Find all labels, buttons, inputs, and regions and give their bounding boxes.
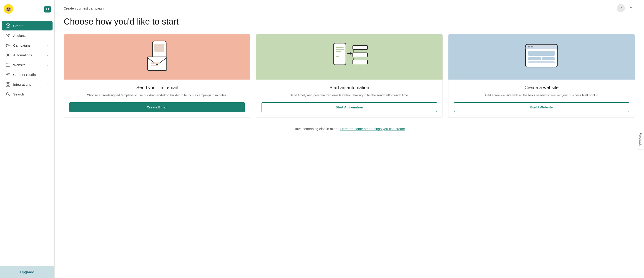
website-card: Create a website Build a free website wi… — [448, 34, 635, 118]
svg-point-2 — [7, 9, 10, 11]
check-icon: ✓ — [620, 6, 622, 10]
build-website-button[interactable]: Build Website — [454, 102, 629, 112]
svg-rect-26 — [8, 85, 10, 86]
svg-point-48 — [528, 46, 530, 48]
check-button[interactable]: ✓ — [617, 4, 625, 12]
header-actions: ✓ ⌃ — [617, 4, 635, 12]
svg-point-12 — [6, 34, 8, 36]
campaigns-icon — [6, 43, 10, 48]
svg-rect-37 — [336, 56, 339, 57]
svg-rect-43 — [526, 46, 557, 49]
svg-rect-32 — [151, 65, 158, 66]
automation-card-body: Start an automation Send timely and pers… — [256, 80, 442, 118]
sidebar-item-audience[interactable]: Audience ⌄ — [2, 31, 52, 40]
automations-icon — [6, 52, 10, 58]
footer-section: Have something else in mind? Here are so… — [64, 127, 635, 135]
integrations-label: Integrations — [13, 82, 44, 86]
svg-point-18 — [7, 64, 8, 64]
automations-chevron-icon: ⌄ — [46, 54, 49, 56]
create-email-button[interactable]: Create Email — [69, 102, 245, 112]
email-card-title: Send your first email — [136, 85, 178, 90]
footer-link[interactable]: Here are some other things you can creat… — [340, 127, 405, 131]
sidebar-footer: Upgrade — [0, 266, 54, 278]
content-studio-label: Content Studio — [13, 73, 44, 76]
svg-point-17 — [6, 64, 7, 64]
svg-rect-40 — [353, 60, 368, 64]
sidebar-item-automations[interactable]: Automations ⌄ — [2, 50, 52, 60]
svg-marker-14 — [6, 44, 10, 46]
svg-rect-20 — [8, 73, 10, 74]
svg-rect-46 — [542, 57, 555, 60]
sidebar-header — [0, 0, 54, 19]
feedback-tab[interactable]: Feedback — [637, 129, 644, 149]
sidebar-item-campaigns[interactable]: Campaigns ⌄ — [2, 40, 52, 50]
svg-rect-25 — [6, 85, 8, 86]
svg-rect-34 — [336, 46, 344, 48]
sidebar-item-create[interactable]: Create — [2, 21, 52, 30]
sidebar-item-website[interactable]: Website ⌄ — [2, 60, 52, 70]
content-studio-icon — [6, 72, 10, 77]
svg-rect-19 — [6, 73, 8, 74]
email-card-image — [64, 34, 250, 80]
audience-chevron-icon: ⌄ — [46, 34, 49, 37]
website-chevron-icon: ⌄ — [46, 63, 49, 66]
website-card-title: Create a website — [524, 85, 558, 90]
content-studio-chevron-icon: ⌄ — [46, 73, 49, 76]
website-card-image — [448, 34, 635, 80]
svg-point-8 — [10, 9, 11, 10]
start-automation-button[interactable]: Start Automation — [262, 102, 437, 112]
svg-rect-23 — [6, 82, 8, 84]
svg-rect-21 — [8, 74, 10, 75]
audience-icon — [6, 33, 10, 38]
svg-rect-24 — [8, 82, 10, 84]
create-icon — [6, 23, 10, 28]
breadcrumb: Create your first campaign — [64, 6, 104, 10]
svg-point-27 — [6, 92, 9, 95]
sidebar: Create Audience ⌄ Campaigns — [0, 0, 54, 278]
email-card-desc: Choose a pre-designed template or use ou… — [87, 93, 227, 98]
svg-rect-39 — [353, 53, 368, 57]
automations-label: Automations — [13, 53, 44, 57]
svg-rect-29 — [154, 44, 164, 52]
svg-rect-31 — [151, 62, 160, 64]
automation-card-title: Start an automation — [330, 85, 369, 90]
chevron-up-button[interactable]: ⌃ — [627, 4, 635, 12]
website-icon — [6, 62, 10, 67]
cards-row: Send your first email Choose a pre-desig… — [64, 34, 635, 118]
svg-point-49 — [531, 46, 533, 48]
campaigns-label: Campaigns — [13, 44, 44, 47]
svg-rect-10 — [48, 8, 49, 10]
upgrade-button[interactable]: Upgrade — [0, 266, 54, 278]
main-content: Create your first campaign ✓ ⌃ Choose ho… — [54, 0, 644, 278]
svg-rect-44 — [528, 51, 555, 56]
svg-point-15 — [7, 54, 9, 56]
automation-card: Start an automation Send timely and pers… — [256, 34, 442, 118]
main-body: Choose how you'd like to start — [54, 12, 644, 144]
chevron-up-icon: ⌃ — [630, 6, 632, 10]
sidebar-item-search[interactable]: Search — [2, 89, 52, 99]
website-card-desc: Build a free website with all the tools … — [484, 93, 599, 98]
sidebar-item-integrations[interactable]: Integrations ⌄ — [2, 80, 52, 89]
website-label: Website — [13, 63, 44, 67]
automation-card-desc: Send timely and personalized emails with… — [290, 93, 409, 98]
automation-card-image — [256, 34, 442, 80]
svg-rect-9 — [46, 8, 47, 10]
svg-rect-33 — [333, 43, 346, 65]
campaigns-chevron-icon: ⌄ — [46, 44, 49, 47]
website-card-body: Create a website Build a free website wi… — [448, 80, 635, 118]
sidebar-item-content-studio[interactable]: Content Studio ⌄ — [2, 70, 52, 79]
svg-rect-36 — [336, 51, 341, 52]
svg-rect-47 — [528, 61, 555, 63]
integrations-chevron-icon: ⌄ — [46, 83, 49, 86]
email-card: Send your first email Choose a pre-desig… — [64, 34, 250, 118]
integrations-icon — [6, 82, 10, 87]
mailchimp-logo — [4, 4, 13, 14]
footer-static-text: Have something else in mind? — [294, 127, 339, 131]
svg-rect-22 — [6, 75, 10, 76]
sidebar-nav: Create Audience ⌄ Campaigns — [0, 19, 54, 266]
sidebar-collapse-button[interactable] — [44, 6, 51, 12]
svg-point-7 — [6, 9, 8, 10]
page-title: Choose how you'd like to start — [64, 17, 635, 26]
audience-label: Audience — [13, 34, 44, 38]
main-header: Create your first campaign ✓ ⌃ — [54, 0, 644, 12]
